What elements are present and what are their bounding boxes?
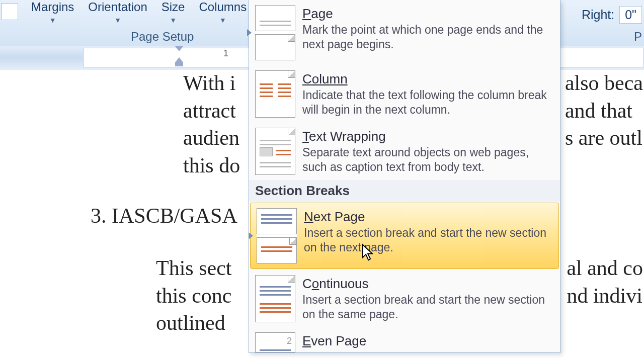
menu-section-header: Section Breaks (249, 180, 560, 202)
margins-label: Margins (31, 0, 74, 14)
doc-heading: 3. IASCB/GASA (91, 202, 237, 230)
doc-text: s are outl (565, 124, 643, 152)
orientation-button[interactable]: Orientation ▼ (81, 0, 154, 24)
even-page-icon: 2 (255, 332, 295, 352)
chevron-down-icon: ▼ (219, 16, 226, 24)
page-break-icon (255, 5, 295, 60)
breaks-menu: Page Mark the point at which one page en… (249, 0, 560, 353)
ruler-tick-1: 1 (223, 48, 228, 59)
continuous-icon (255, 275, 295, 322)
menu-title: Column (302, 71, 554, 87)
menu-item-next-page[interactable]: Next Page Insert a section break and sta… (250, 203, 559, 269)
menu-arrow-icon (247, 29, 252, 36)
indent-right-value[interactable]: 0" (619, 6, 642, 24)
menu-arrow-icon (249, 232, 253, 239)
menu-title: Next Page (304, 209, 552, 225)
indent-right-control[interactable]: Right: 0" (582, 6, 642, 24)
menu-item-column-break[interactable]: Column Indicate that the text following … (249, 65, 560, 123)
menu-title: Continuous (302, 276, 554, 292)
chevron-down-icon: ▼ (114, 16, 121, 24)
menu-item-page-break[interactable]: Page Mark the point at which one page en… (249, 0, 560, 65)
doc-text: al and co (567, 254, 643, 282)
size-label: Size (162, 0, 185, 14)
margins-button[interactable]: Margins ▼ (24, 0, 81, 24)
menu-desc: Mark the point at which one page ends an… (302, 23, 554, 52)
next-page-icon (257, 208, 297, 263)
columns-label: Columns (199, 0, 247, 14)
doc-text: also beca (565, 69, 643, 97)
ribbon-group-label: Page Setup (131, 30, 194, 44)
menu-item-even-page[interactable]: 2 Even Page (249, 327, 560, 352)
menu-title: Even Page (302, 333, 554, 349)
themes-icon[interactable] (1, 3, 18, 20)
chevron-down-icon: ▼ (170, 16, 177, 24)
paragraph-group-hint: P (634, 30, 642, 44)
menu-desc: Separate text around objects on web page… (302, 145, 554, 174)
columns-button[interactable]: Columns ▼ (192, 0, 254, 24)
menu-item-text-wrapping[interactable]: Text Wrapping Separate text around objec… (249, 123, 560, 180)
chevron-down-icon: ▼ (49, 16, 56, 24)
text-wrapping-icon (255, 128, 295, 175)
menu-item-continuous[interactable]: Continuous Insert a section break and st… (249, 270, 560, 327)
size-button[interactable]: Size ▼ (154, 0, 192, 24)
doc-text: and that (565, 97, 643, 125)
doc-text: nd indivi (567, 282, 643, 310)
orientation-label: Orientation (88, 0, 147, 14)
column-break-icon (255, 70, 295, 118)
indent-right-label: Right: (582, 8, 614, 22)
menu-desc: Insert a section break and start the new… (302, 293, 554, 322)
menu-title: Text Wrapping (302, 129, 554, 144)
menu-desc: Indicate that the text following the col… (302, 88, 554, 117)
menu-desc: Insert a section break and start the new… (304, 226, 552, 255)
